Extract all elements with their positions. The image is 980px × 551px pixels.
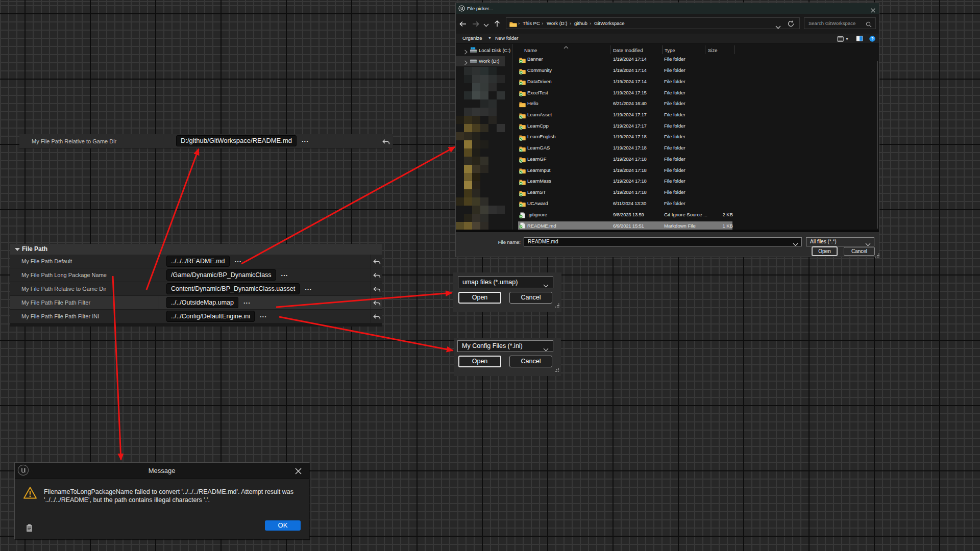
svg-text:?: ? bbox=[871, 36, 873, 41]
